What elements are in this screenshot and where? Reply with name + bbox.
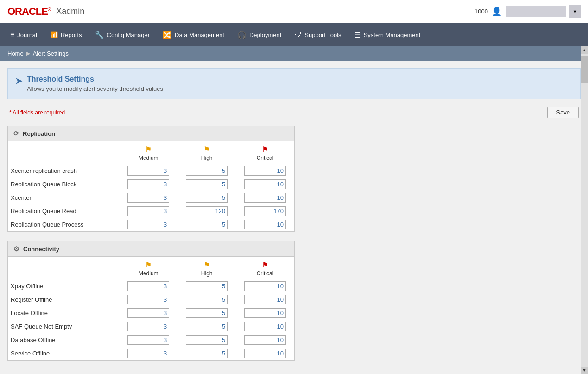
replication-icon: ⟳ (13, 130, 19, 137)
medium-input[interactable] (127, 295, 169, 304)
breadcrumb: Home ▶ Alert Settings (0, 46, 588, 61)
table-row: Xpay Offline (8, 279, 294, 293)
save-button[interactable]: Save (547, 107, 579, 118)
table-row: Replication Queue Block (8, 177, 294, 191)
table-row: Xcenter (8, 191, 294, 204)
top-bar-right: 1000 👤 ▼ (474, 5, 581, 18)
high-input[interactable] (186, 322, 228, 331)
row-label: Xcenter replication crash (8, 164, 119, 177)
medium-input[interactable] (127, 335, 169, 345)
critical-input[interactable] (244, 193, 286, 203)
nav-label-data: Data Management (175, 32, 224, 38)
high-input[interactable] (186, 193, 228, 203)
medium-input[interactable] (127, 308, 169, 318)
row-label: Database Offline (8, 333, 119, 347)
critical-input[interactable] (244, 206, 286, 216)
row-label: Replication Queue Block (8, 177, 119, 191)
user-icon: 👤 (492, 6, 502, 17)
nav-label-journal: Journal (17, 32, 37, 38)
high-input[interactable] (186, 295, 228, 304)
nav-item-support-tools[interactable]: 🛡 Support Tools (288, 23, 348, 46)
dropdown-button[interactable]: ▼ (569, 5, 581, 18)
high-input[interactable] (186, 179, 228, 189)
high-input[interactable] (186, 220, 228, 229)
medium-input[interactable] (127, 193, 169, 203)
table-row: Database Offline (8, 333, 294, 347)
nav-label-reports: Reports (61, 32, 82, 38)
nav-item-deployment[interactable]: 🎧 Deployment (231, 23, 288, 46)
critical-input[interactable] (244, 335, 286, 345)
connectivity-icon: ⚙ (13, 245, 19, 253)
table-row: Locate Offline (8, 306, 294, 320)
high-input[interactable] (186, 308, 228, 318)
critical-input[interactable] (244, 322, 286, 331)
medium-header-conn: Medium (122, 270, 175, 278)
high-input[interactable] (186, 166, 228, 176)
row-label: Xpay Offline (8, 279, 119, 293)
table-row: Register Offline (8, 293, 294, 306)
threshold-header: ➤ Threshold Settings Allows you to modif… (7, 68, 581, 99)
breadcrumb-home[interactable]: Home (7, 50, 24, 57)
scroll-thumb[interactable] (581, 56, 588, 83)
journal-icon: ≡ (10, 31, 14, 39)
row-label: Locate Offline (8, 306, 119, 320)
critical-input[interactable] (244, 295, 286, 304)
scroll-up-arrow[interactable]: ▲ (581, 46, 588, 54)
config-icon: 🔧 (95, 31, 104, 39)
high-input[interactable] (186, 335, 228, 345)
reports-icon: 📶 (50, 31, 58, 38)
medium-input[interactable] (127, 281, 169, 291)
high-input[interactable] (186, 206, 228, 216)
connectivity-header: ⚙ Connectivity (8, 241, 294, 257)
user-id: 1000 (474, 8, 488, 15)
breadcrumb-current: Alert Settings (33, 50, 69, 57)
connectivity-section: ⚙ Connectivity ⚑ Medium ⚑ High ⚑ (7, 241, 295, 361)
high-input[interactable] (186, 349, 228, 358)
scroll-down-arrow[interactable]: ▼ (581, 367, 588, 374)
nav-item-reports[interactable]: 📶 Reports (44, 23, 89, 46)
critical-flag-conn: ⚑ (262, 261, 268, 269)
critical-input[interactable] (244, 349, 286, 358)
high-input[interactable] (186, 281, 228, 291)
critical-header-conn: Critical (239, 270, 291, 278)
critical-input[interactable] (244, 179, 286, 189)
nav-item-system-management[interactable]: ☰ System Management (348, 23, 427, 46)
main-content: ➤ Threshold Settings Allows you to modif… (0, 61, 588, 374)
nav-label-system: System Management (364, 32, 421, 38)
medium-flag-conn: ⚑ (145, 261, 152, 269)
high-header-conn: High (180, 270, 233, 278)
expand-icon[interactable]: ➤ (15, 76, 22, 86)
connectivity-title: Connectivity (23, 246, 59, 253)
medium-input[interactable] (127, 166, 169, 176)
medium-input[interactable] (127, 349, 169, 358)
critical-input[interactable] (244, 308, 286, 318)
replication-section: ⟳ Replication ⚑ Medium ⚑ High ⚑ (7, 126, 295, 232)
medium-input[interactable] (127, 206, 169, 216)
table-row: Replication Queue Process (8, 218, 294, 231)
critical-header-rep: Critical (239, 155, 291, 162)
form-top-row: * All fields are required Save (7, 107, 581, 118)
connectivity-table: ⚑ Medium ⚑ High ⚑ Critical Xpay Offline (8, 257, 294, 360)
replication-title: Replication (23, 130, 55, 137)
required-note: * All fields are required (9, 109, 65, 116)
medium-input[interactable] (127, 179, 169, 189)
critical-input[interactable] (244, 166, 286, 176)
table-row: Service Offline (8, 347, 294, 360)
critical-flag-rep: ⚑ (262, 146, 268, 153)
high-flag-conn: ⚑ (203, 261, 210, 269)
medium-flag-rep: ⚑ (145, 146, 152, 153)
row-label: Xcenter (8, 191, 119, 204)
nav-item-config-manager[interactable]: 🔧 Config Manager (89, 23, 157, 46)
critical-input[interactable] (244, 220, 286, 229)
nav-item-journal[interactable]: ≡ Journal (4, 23, 44, 46)
scrollbar[interactable]: ▲ ▼ (581, 46, 588, 374)
critical-input[interactable] (244, 281, 286, 291)
row-label: SAF Queue Not Empty (8, 320, 119, 333)
table-row: Replication Queue Read (8, 204, 294, 218)
medium-input[interactable] (127, 322, 169, 331)
search-input[interactable] (506, 6, 566, 17)
medium-input[interactable] (127, 220, 169, 229)
nav-item-data-management[interactable]: 🔀 Data Management (156, 23, 231, 46)
oracle-logo: ORACLE® Xadmin (7, 6, 84, 18)
deployment-icon: 🎧 (237, 31, 247, 39)
